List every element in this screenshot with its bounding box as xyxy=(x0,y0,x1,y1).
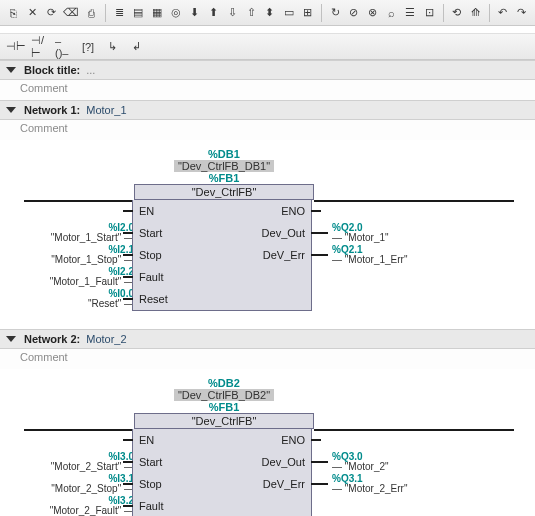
detail-view-icon[interactable]: ▦ xyxy=(150,3,165,23)
block-title-label: Block title: xyxy=(24,64,80,76)
icon-btn-1[interactable]: ⎘ xyxy=(6,3,21,23)
tile-view-icon[interactable]: ▤ xyxy=(131,3,146,23)
icon-btn-14[interactable]: ⬍ xyxy=(262,3,277,23)
fb-port-dev_err[interactable]: DeV_Err xyxy=(257,473,311,495)
open-contact-icon[interactable]: ⊣⊢ xyxy=(6,37,26,57)
network-comment[interactable]: Comment xyxy=(0,120,535,140)
network-comment[interactable]: Comment xyxy=(0,349,535,369)
icon-btn-19[interactable]: ⊗ xyxy=(365,3,380,23)
fb-port-en[interactable]: EN xyxy=(133,429,160,451)
network-title[interactable]: Motor_2 xyxy=(86,333,126,345)
power-rail-out xyxy=(314,200,514,202)
closed-contact-icon[interactable]: ⊣/⊢ xyxy=(30,37,50,57)
network-body[interactable]: %DB1 "Dev_CtrlFB_DB1" %FB1 "Dev_CtrlFB" … xyxy=(0,140,535,329)
separator xyxy=(321,4,322,22)
icon-btn-13[interactable]: ⇧ xyxy=(244,3,259,23)
network-header-bar[interactable]: Network 1: Motor_1 xyxy=(0,100,535,120)
icon-btn-24[interactable]: ⟰ xyxy=(468,3,483,23)
download-icon[interactable]: ⬇ xyxy=(187,3,202,23)
box-icon[interactable]: [?] xyxy=(78,37,98,57)
signal-name: "Motor_2_Start" — xyxy=(51,462,134,473)
fb-port-dev_out[interactable]: Dev_Out xyxy=(256,451,311,473)
signal-name: "Reset" — xyxy=(88,299,134,310)
signal-name: "Motor_2_Stop" — xyxy=(51,484,134,495)
go-online-icon[interactable]: ↻ xyxy=(328,3,343,23)
ladder-rung: %I2.0"Motor_1_Start" —%I2.1"Motor_1_Stop… xyxy=(24,200,527,311)
db-address: %DB1 xyxy=(134,148,314,160)
fb-port-reset[interactable]: Reset xyxy=(133,288,174,310)
list-view-icon[interactable]: ≣ xyxy=(112,3,127,23)
signal-name: "Motor_2_Fault" — xyxy=(50,506,134,516)
block-title-bar[interactable]: Block title: ... xyxy=(0,60,535,80)
collapse-caret-icon[interactable] xyxy=(6,67,16,73)
icon-btn-25[interactable]: ↶ xyxy=(496,3,511,23)
fb-port-en[interactable]: EN xyxy=(133,200,160,222)
output-signal[interactable]: %Q3.1— "Motor_2_Err" xyxy=(324,473,524,495)
icon-btn-23[interactable]: ⟲ xyxy=(449,3,464,23)
fb-port-start[interactable]: Start xyxy=(133,222,168,244)
output-signal[interactable]: %Q2.0— "Motor_1" xyxy=(324,222,524,244)
db-name[interactable]: "Dev_CtrlFB_DB1" xyxy=(174,160,274,172)
output-signal-labels: %Q2.0— "Motor_1"%Q2.1— "Motor_1_Err" xyxy=(324,222,524,266)
signal-name: — "Motor_2_Err" xyxy=(332,484,407,495)
icon-btn-26[interactable]: ↷ xyxy=(514,3,529,23)
network-header-bar[interactable]: Network 2: Motor_2 xyxy=(0,329,535,349)
block-comment[interactable]: Comment xyxy=(0,80,535,100)
go-offline-icon[interactable]: ⊘ xyxy=(346,3,361,23)
fb-port-dev_err[interactable]: DeV_Err xyxy=(257,244,311,266)
separator xyxy=(489,4,490,22)
fb-port-stop[interactable]: Stop xyxy=(133,244,168,266)
fb-block[interactable]: ENStartStopFaultReset ENODev_OutDeV_Err xyxy=(132,200,312,311)
network-body[interactable]: %DB2 "Dev_CtrlFB_DB2" %FB1 "Dev_CtrlFB" … xyxy=(0,369,535,516)
fb-instance-header: %DB2 "Dev_CtrlFB_DB2" %FB1 xyxy=(134,377,314,413)
output-signal[interactable]: %Q2.1— "Motor_1_Err" xyxy=(324,244,524,266)
block-title-value[interactable]: ... xyxy=(86,64,95,76)
icon-btn-20[interactable]: ⌕ xyxy=(384,3,399,23)
signal-name: "Motor_1_Fault" — xyxy=(50,277,134,288)
signal-name: "Motor_1_Start" — xyxy=(51,233,134,244)
icon-btn-21[interactable]: ☰ xyxy=(403,3,418,23)
fb-port-eno[interactable]: ENO xyxy=(275,429,311,451)
signal-name: — "Motor_1" xyxy=(332,233,389,244)
signal-name: — "Motor_2" xyxy=(332,462,389,473)
icon-btn-22[interactable]: ⊡ xyxy=(422,3,437,23)
db-address: %DB2 xyxy=(134,377,314,389)
fb-port-eno[interactable]: ENO xyxy=(275,200,311,222)
icon-btn-12[interactable]: ⇩ xyxy=(225,3,240,23)
fb-address: %FB1 xyxy=(134,172,314,184)
open-branch-icon[interactable]: ↳ xyxy=(102,37,122,57)
icon-btn-4[interactable]: ⌫ xyxy=(62,3,80,23)
network-number: Network 2: xyxy=(24,333,80,345)
fb-port-start[interactable]: Start xyxy=(133,451,168,473)
collapse-caret-icon[interactable] xyxy=(6,336,16,342)
signal-name: — "Motor_1_Err" xyxy=(332,255,407,266)
icon-btn-3[interactable]: ⟳ xyxy=(44,3,59,23)
main-toolbar[interactable]: ⎘ ✕ ⟳ ⌫ ⎙ ≣ ▤ ▦ ◎ ⬇ ⬆ ⇩ ⇧ ⬍ ▭ ⊞ ↻ ⊘ ⊗ ⌕ … xyxy=(0,0,535,26)
power-rail-in xyxy=(24,429,134,431)
icon-btn-5[interactable]: ⎙ xyxy=(84,3,99,23)
output-signal[interactable]: %Q3.0— "Motor_2" xyxy=(324,451,524,473)
coil-icon[interactable]: –()– xyxy=(54,37,74,57)
separator xyxy=(443,4,444,22)
icon-btn-16[interactable]: ⊞ xyxy=(300,3,315,23)
icon-btn-9[interactable]: ◎ xyxy=(168,3,183,23)
fb-name[interactable]: "Dev_CtrlFB" xyxy=(134,413,314,429)
power-rail-in xyxy=(24,200,134,202)
input-signal-labels: %I2.0"Motor_1_Start" —%I2.1"Motor_1_Stop… xyxy=(24,222,142,310)
lad-toolbar[interactable]: ⊣⊢ ⊣/⊢ –()– [?] ↳ ↲ xyxy=(0,34,535,60)
icon-btn-2[interactable]: ✕ xyxy=(25,3,40,23)
upload-icon[interactable]: ⬆ xyxy=(206,3,221,23)
fb-port-dev_out[interactable]: Dev_Out xyxy=(256,222,311,244)
fb-block[interactable]: ENStartStopFaultReset ENODev_OutDeV_Err xyxy=(132,429,312,516)
collapse-caret-icon[interactable] xyxy=(6,107,16,113)
fb-port-stop[interactable]: Stop xyxy=(133,473,168,495)
close-branch-icon[interactable]: ↲ xyxy=(126,37,146,57)
fb-name[interactable]: "Dev_CtrlFB" xyxy=(134,184,314,200)
network-title[interactable]: Motor_1 xyxy=(86,104,126,116)
fb-port-fault[interactable]: Fault xyxy=(133,266,169,288)
separator xyxy=(105,4,106,22)
toolbar-gap xyxy=(0,26,535,34)
fb-port-fault[interactable]: Fault xyxy=(133,495,169,516)
icon-btn-15[interactable]: ▭ xyxy=(281,3,296,23)
db-name[interactable]: "Dev_CtrlFB_DB2" xyxy=(174,389,274,401)
